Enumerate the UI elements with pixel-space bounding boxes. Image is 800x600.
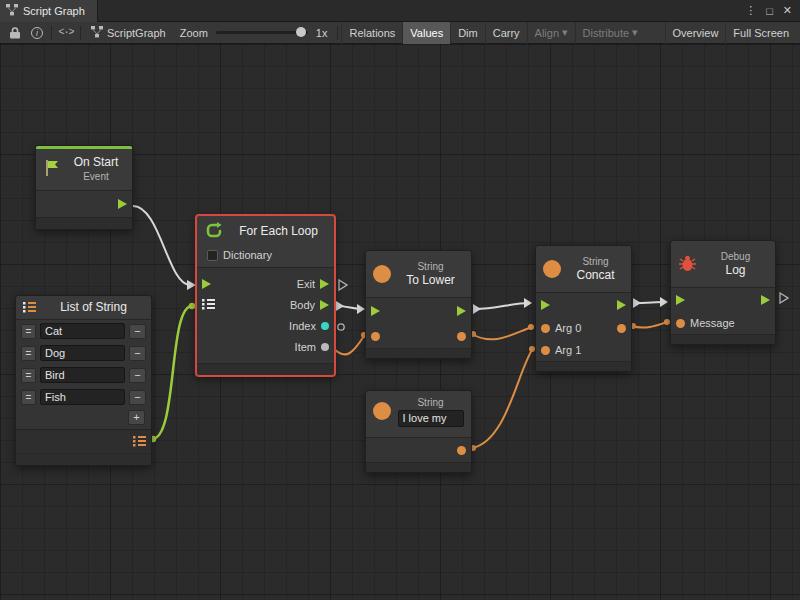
- flow-input-port[interactable]: [676, 295, 685, 305]
- lock-icon[interactable]: [4, 22, 26, 44]
- wire-end-dot: [189, 303, 195, 309]
- graph-canvas[interactable]: On Start Event List of String: [0, 44, 800, 600]
- wire-literal-to-arg1[interactable]: [472, 350, 532, 448]
- wire-onstart-to-foreach[interactable]: [133, 206, 190, 285]
- trigger-output-port[interactable]: [118, 199, 127, 209]
- node-title: To Lower: [406, 273, 455, 287]
- node-list-of-string[interactable]: List of String = − = − = −: [15, 295, 152, 466]
- remove-item-button[interactable]: −: [129, 324, 146, 339]
- flow-input-port[interactable]: [541, 300, 550, 310]
- node-to-lower[interactable]: String To Lower: [365, 250, 472, 359]
- unconnected-index-port-icon[interactable]: [338, 324, 344, 330]
- overview-button[interactable]: Overview: [665, 22, 726, 44]
- message-input-port[interactable]: [676, 319, 685, 328]
- list-input-port[interactable]: [202, 298, 216, 312]
- flow-input-port[interactable]: [371, 306, 380, 316]
- remove-item-button[interactable]: −: [129, 346, 146, 361]
- list-item-input[interactable]: [40, 323, 125, 339]
- flow-output-port[interactable]: [617, 300, 626, 310]
- list-item-row: = −: [16, 342, 151, 364]
- zoom-slider-knob[interactable]: [296, 27, 306, 37]
- script-graph-icon: [91, 26, 103, 40]
- dim-button[interactable]: Dim: [450, 22, 485, 44]
- drag-handle-icon[interactable]: =: [21, 324, 36, 339]
- code-preview-icon[interactable]: <·>: [55, 22, 77, 44]
- drag-handle-icon[interactable]: =: [21, 390, 36, 405]
- node-footer: [366, 348, 471, 358]
- list-item-input[interactable]: [40, 345, 125, 361]
- list-item-row: = −: [16, 386, 151, 408]
- remove-item-button[interactable]: −: [129, 368, 146, 383]
- flow-output-port[interactable]: [457, 306, 466, 316]
- drag-handle-icon[interactable]: =: [21, 346, 36, 361]
- relations-button[interactable]: Relations: [341, 22, 402, 44]
- maximize-icon[interactable]: □: [766, 5, 773, 17]
- wire-tolower-to-arg0[interactable]: [472, 327, 532, 339]
- item-output-port[interactable]: [321, 343, 329, 351]
- graph-breadcrumb[interactable]: ScriptGraph: [84, 22, 173, 44]
- window-menu-icon[interactable]: ⋮: [745, 4, 756, 17]
- align-button[interactable]: Align▾: [527, 22, 575, 44]
- node-string-literal[interactable]: String: [365, 390, 472, 473]
- wire-list-to-foreach[interactable]: [152, 306, 192, 439]
- loop-icon: [204, 221, 224, 241]
- list-item-input[interactable]: [40, 367, 125, 383]
- wire-arrow-icon: [187, 280, 196, 290]
- wire-arrow-icon: [660, 297, 668, 307]
- node-footer: [36, 217, 132, 229]
- node-group-label: String: [582, 256, 608, 267]
- info-icon[interactable]: i: [26, 22, 48, 44]
- list-item-input[interactable]: [40, 389, 125, 405]
- tab-script-graph[interactable]: Script Graph: [0, 0, 98, 22]
- graph-tab-icon: [6, 4, 18, 18]
- add-item-button[interactable]: +: [128, 410, 145, 425]
- close-icon[interactable]: ✕: [783, 4, 792, 17]
- drag-handle-icon[interactable]: =: [21, 368, 36, 383]
- node-debug-log[interactable]: Debug Log Message: [670, 240, 776, 345]
- node-for-each-loop[interactable]: For Each Loop Dictionary Exit: [196, 215, 335, 376]
- full-screen-button[interactable]: Full Screen: [725, 22, 796, 44]
- bug-icon: [678, 255, 697, 274]
- values-button[interactable]: Values: [402, 22, 450, 44]
- flow-input-port[interactable]: [202, 279, 211, 289]
- arg0-label: Arg 0: [555, 322, 581, 334]
- wire-item-to-tolower[interactable]: [333, 336, 364, 354]
- wire-concat-to-message[interactable]: [632, 322, 667, 327]
- arg1-label: Arg 1: [555, 344, 581, 356]
- dictionary-checkbox[interactable]: [207, 250, 218, 261]
- arg0-input-port[interactable]: [541, 324, 550, 333]
- string-icon: [543, 260, 561, 278]
- string-value-input[interactable]: [398, 410, 464, 427]
- string-input-port[interactable]: [371, 332, 380, 341]
- body-output-port[interactable]: [320, 300, 329, 310]
- unconnected-exit-port-icon[interactable]: [339, 280, 347, 290]
- node-footer: [16, 453, 151, 465]
- node-footer: [536, 361, 631, 371]
- chevron-down-icon: ▾: [632, 26, 638, 39]
- carry-button[interactable]: Carry: [485, 22, 527, 44]
- wire-tolower-to-concat[interactable]: [474, 303, 530, 309]
- wire-arrow-icon: [336, 301, 344, 311]
- distribute-button[interactable]: Distribute▾: [575, 22, 645, 44]
- zoom-control: Zoom 1x: [173, 22, 335, 44]
- index-output-port[interactable]: [321, 322, 329, 330]
- flow-output-port[interactable]: [761, 295, 770, 305]
- arg1-input-port[interactable]: [541, 346, 550, 355]
- zoom-label: Zoom: [180, 27, 208, 39]
- list-item-row: = −: [16, 320, 151, 342]
- remove-item-button[interactable]: −: [129, 390, 146, 405]
- value-output-port[interactable]: [457, 446, 466, 455]
- node-group-label: String: [417, 397, 443, 408]
- exit-output-port[interactable]: [320, 279, 329, 289]
- dictionary-label: Dictionary: [223, 249, 272, 261]
- list-output-port[interactable]: [133, 435, 147, 449]
- node-concat[interactable]: String Concat Arg 0 Arg 1: [535, 245, 632, 372]
- zoom-slider[interactable]: [216, 31, 308, 34]
- node-title: For Each Loop: [239, 224, 318, 238]
- toolbar-separator: [51, 26, 52, 40]
- unity-script-graph-window: Script Graph ⋮ □ ✕ i <·> ScriptGraph Zoo…: [0, 0, 800, 600]
- node-on-start[interactable]: On Start Event: [35, 145, 133, 230]
- result-output-port[interactable]: [617, 324, 626, 333]
- unconnected-log-exit-port-icon[interactable]: [780, 293, 788, 303]
- result-output-port[interactable]: [457, 332, 466, 341]
